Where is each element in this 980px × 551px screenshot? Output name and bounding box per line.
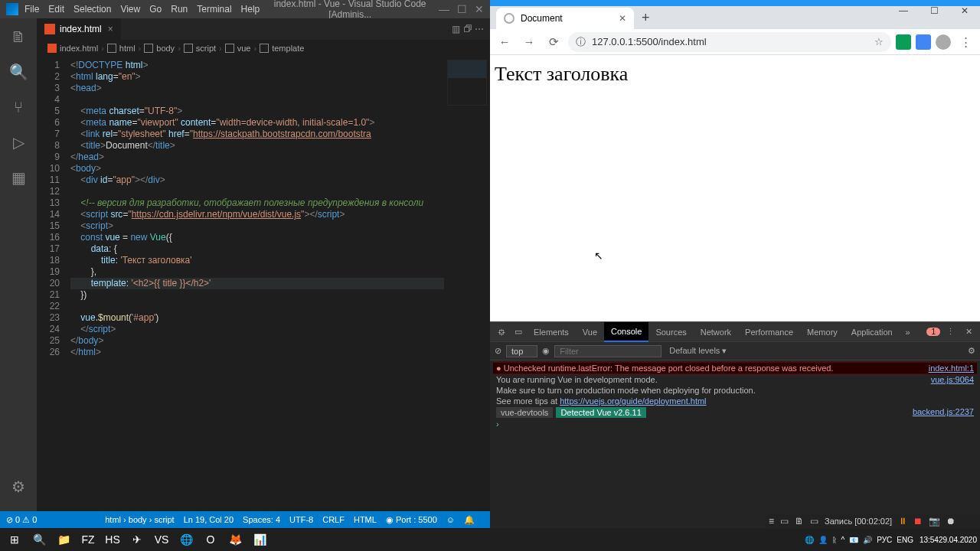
vscode-titlebar[interactable]: FileEditSelectionViewGoRunTerminalHelp i… <box>0 0 490 18</box>
system-clock[interactable]: 13:54 29.04.2020 <box>920 536 977 544</box>
taskbar-app-icon[interactable]: 📊 <box>248 529 271 550</box>
taskbar-app-icon[interactable]: 🦊 <box>224 529 247 550</box>
windows-taskbar[interactable]: ⊞🔍📁FZHS✈VS🌐O🦊📊 🌐👤ᚱ^📧🔊РУСENG 13:54 29.04.… <box>0 528 980 551</box>
taskbar-app-icon[interactable]: 🌐 <box>175 529 198 550</box>
back-button[interactable]: ← <box>495 32 514 52</box>
menu-go[interactable]: Go <box>149 4 162 15</box>
devtools-tab-application[interactable]: Application <box>844 322 900 342</box>
tray-icon[interactable]: ^ <box>841 536 845 544</box>
devtools-close-icon[interactable]: ✕ <box>960 327 977 337</box>
favicon-icon <box>504 13 514 24</box>
devtools-tab-console[interactable]: Console <box>604 322 648 342</box>
menu-run[interactable]: Run <box>171 4 188 15</box>
devtools-tab-vue[interactable]: Vue <box>576 322 604 342</box>
log-levels[interactable]: Default levels ▾ <box>669 346 727 356</box>
devtools-tab-performance[interactable]: Performance <box>738 322 800 342</box>
context-select[interactable]: top <box>506 345 537 357</box>
taskbar-app-icon[interactable]: 📁 <box>52 529 75 550</box>
extension-icon[interactable] <box>896 34 911 50</box>
vscode-logo-icon <box>6 3 18 15</box>
maximize-button[interactable]: ☐ <box>919 2 949 20</box>
menu-terminal[interactable]: Terminal <box>197 4 231 15</box>
close-button[interactable]: ✕ <box>949 2 980 20</box>
tray-icon[interactable]: 👤 <box>818 536 828 544</box>
minimize-button[interactable]: — <box>888 2 919 20</box>
editor-actions[interactable]: ▥ 🗇 ⋯ <box>446 18 490 40</box>
page-viewport[interactable]: Текст заголовка <box>490 55 980 321</box>
status-bar[interactable]: ⊘ 0 ⚠ 0 html › body › scriptLn 19, Col 2… <box>0 511 490 528</box>
explorer-icon[interactable]: 🗎 <box>8 26 29 47</box>
debug-icon[interactable]: ▷ <box>8 132 29 153</box>
menu-selection[interactable]: Selection <box>74 4 111 15</box>
editor-tabs: index.html × ▥ 🗇 ⋯ <box>37 18 490 40</box>
close-tab-icon[interactable]: × <box>108 24 113 34</box>
devtools-tab-elements[interactable]: Elements <box>527 322 576 342</box>
browser-toolbar: ← → ⟳ ⓘ 127.0.0.1:5500/index.html ☆ ⋮ <box>490 29 980 55</box>
menu-button[interactable]: ⋮ <box>956 32 975 52</box>
tray-icon[interactable]: 🌐 <box>805 536 814 544</box>
tray-icon[interactable]: 🔊 <box>863 536 872 544</box>
browser-window: Document ✕ + — ☐ ✕ ← → ⟳ ⓘ 127.0.0.1:550… <box>490 0 980 528</box>
vscode-window: FileEditSelectionViewGoRunTerminalHelp i… <box>0 0 490 528</box>
avatar[interactable] <box>936 34 951 50</box>
search-icon[interactable]: 🔍 <box>8 61 29 83</box>
settings-gear-icon[interactable]: ⚙ <box>8 476 29 497</box>
recording-bar[interactable]: ≡▭🗎▭ Запись [00:02:02] ⏸ ⏹ 📷 ⏺ <box>766 514 980 528</box>
scm-icon[interactable]: ⑂ <box>8 96 29 118</box>
page-heading: Текст заголовка <box>495 63 975 86</box>
menu-help[interactable]: Help <box>241 4 260 15</box>
tray-icon[interactable]: 📧 <box>849 536 858 544</box>
code-editor[interactable]: 1234567891011121314151617181920212223242… <box>37 57 490 511</box>
device-icon[interactable]: ▭ <box>510 327 527 337</box>
tray-icon[interactable]: РУС <box>877 536 892 544</box>
devtools-tab-memory[interactable]: Memory <box>800 322 844 342</box>
console-settings-icon[interactable]: ⚙ <box>968 346 975 356</box>
taskbar-app-icon[interactable]: VS <box>150 529 173 550</box>
devtools-menu-icon[interactable]: ⋮ <box>942 327 959 337</box>
address-bar[interactable]: ⓘ 127.0.0.1:5500/index.html ☆ <box>568 32 891 52</box>
browser-tab[interactable]: Document ✕ <box>496 8 634 29</box>
bookmark-star-icon[interactable]: ☆ <box>874 36 884 47</box>
taskbar-app-icon[interactable]: FZ <box>77 529 100 550</box>
extension-icon[interactable] <box>916 34 931 50</box>
breadcrumb[interactable]: index.html›html›body›script›vue›template <box>37 40 490 57</box>
new-tab-button[interactable]: + <box>642 10 650 26</box>
devtools: ⯐ ▭ ElementsVueConsoleSourcesNetworkPerf… <box>490 321 980 528</box>
taskbar-app-icon[interactable]: ⊞ <box>3 529 26 550</box>
window-controls[interactable]: —☐✕ <box>431 3 484 15</box>
more-tabs-icon[interactable]: » <box>900 328 916 337</box>
close-tab-icon[interactable]: ✕ <box>619 13 626 24</box>
taskbar-app-icon[interactable]: HS <box>101 529 124 550</box>
tab-index-html[interactable]: index.html × <box>37 18 122 40</box>
minimap[interactable] <box>444 57 490 511</box>
devtools-tab-network[interactable]: Network <box>694 322 738 342</box>
taskbar-app-icon[interactable]: O <box>199 529 222 550</box>
html-file-icon <box>44 24 55 34</box>
tray-icon[interactable]: ᚱ <box>832 536 837 544</box>
taskbar-app-icon[interactable]: ✈ <box>126 529 149 550</box>
extensions-icon[interactable]: ▦ <box>8 167 29 188</box>
site-info-icon[interactable]: ⓘ <box>576 35 586 49</box>
clear-console-icon[interactable]: ⊘ <box>495 346 501 356</box>
devtools-tab-sources[interactable]: Sources <box>648 322 693 342</box>
error-badge[interactable]: 1 <box>926 328 940 336</box>
console-output[interactable]: ● Unchecked runtime.lastError: The messa… <box>490 360 980 528</box>
eye-icon[interactable]: ◉ <box>542 346 550 356</box>
tray-icon[interactable]: ENG <box>897 536 913 544</box>
window-title: index.html - Vue - Visual Studio Code [A… <box>269 0 431 20</box>
reload-button[interactable]: ⟳ <box>544 32 564 52</box>
browser-tabstrip: Document ✕ + — ☐ ✕ <box>490 6 980 29</box>
activity-bar[interactable]: 🗎 🔍 ⑂ ▷ ▦ ⚙ <box>0 18 37 511</box>
menu-edit[interactable]: Edit <box>48 4 64 15</box>
console-filter-input[interactable] <box>554 345 662 357</box>
menu-view[interactable]: View <box>120 4 140 15</box>
taskbar-app-icon[interactable]: 🔍 <box>28 529 51 550</box>
menu-file[interactable]: File <box>24 4 39 15</box>
inspect-icon[interactable]: ⯐ <box>493 328 510 337</box>
forward-button[interactable]: → <box>519 32 539 52</box>
